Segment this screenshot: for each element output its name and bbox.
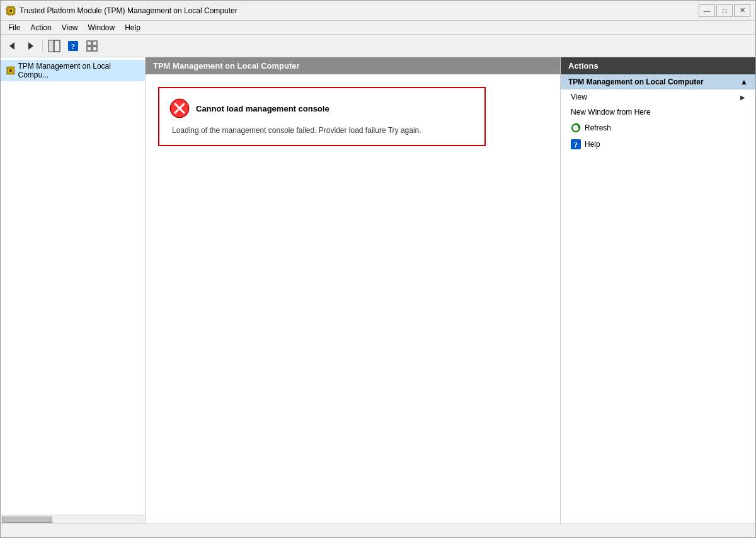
title-bar-controls: — □ ✕ bbox=[699, 4, 750, 17]
actions-list: TPM Management on Local Computer ▲ View … bbox=[561, 74, 755, 152]
svg-rect-22 bbox=[87, 41, 91, 45]
actions-panel: Actions TPM Management on Local Computer… bbox=[560, 57, 755, 524]
forward-icon bbox=[26, 41, 36, 51]
menu-view[interactable]: View bbox=[57, 22, 83, 33]
maximize-button[interactable]: □ bbox=[716, 4, 733, 17]
actions-section-label: TPM Management on Local Computer bbox=[568, 77, 704, 86]
toolbar: ? bbox=[1, 35, 755, 57]
svg-marker-16 bbox=[28, 42, 33, 50]
action-item-view[interactable]: View ▶ bbox=[561, 89, 755, 105]
error-icon bbox=[169, 98, 190, 118]
help-toolbar-button[interactable]: ? bbox=[64, 37, 82, 55]
back-icon bbox=[7, 41, 17, 51]
actions-panel-header: Actions bbox=[561, 57, 755, 74]
show-hide-button[interactable] bbox=[45, 37, 63, 55]
action-item-help[interactable]: ? Help bbox=[561, 136, 755, 152]
show-hide-icon bbox=[48, 40, 60, 52]
app-icon bbox=[6, 6, 16, 16]
tpm-tree-icon bbox=[6, 66, 16, 76]
action-new-window-label: New Window from Here bbox=[571, 108, 651, 117]
svg-rect-28 bbox=[9, 69, 12, 72]
title-bar: Trusted Platform Module (TPM) Management… bbox=[1, 1, 755, 21]
nav-tree-content: TPM Management on Local Compu... bbox=[1, 57, 145, 515]
nav-tree-item-label: TPM Management on Local Compu... bbox=[18, 62, 140, 79]
nav-tree-item-tpm[interactable]: TPM Management on Local Compu... bbox=[1, 60, 145, 81]
window-title: Trusted Platform Module (TPM) Management… bbox=[20, 6, 238, 15]
action-item-new-window[interactable]: New Window from Here bbox=[561, 105, 755, 120]
svg-text:?: ? bbox=[574, 140, 578, 149]
error-box: Cannot load management console Loading o… bbox=[158, 87, 486, 146]
actions-collapse-icon: ▲ bbox=[740, 77, 748, 86]
svg-text:?: ? bbox=[71, 42, 75, 51]
error-message: Loading of the management console failed… bbox=[169, 126, 474, 135]
snap-button[interactable] bbox=[83, 37, 101, 55]
center-panel: TPM Management on Local Computer Cannot … bbox=[146, 57, 560, 524]
svg-rect-23 bbox=[93, 41, 97, 45]
menu-file[interactable]: File bbox=[3, 22, 25, 33]
actions-section-title[interactable]: TPM Management on Local Computer ▲ bbox=[561, 74, 755, 89]
error-header: Cannot load management console bbox=[169, 98, 474, 118]
help-toolbar-icon: ? bbox=[68, 41, 78, 51]
snap-icon bbox=[86, 40, 98, 52]
svg-rect-18 bbox=[54, 40, 60, 52]
menu-action[interactable]: Action bbox=[25, 22, 56, 33]
svg-marker-15 bbox=[9, 42, 14, 50]
toolbar-separator-1 bbox=[42, 40, 43, 52]
help-action-icon: ? bbox=[571, 139, 581, 149]
menu-help[interactable]: Help bbox=[120, 22, 146, 33]
main-window: Trusted Platform Module (TPM) Management… bbox=[0, 0, 756, 538]
center-panel-body: Cannot load management console Loading o… bbox=[146, 74, 560, 524]
svg-rect-19 bbox=[49, 40, 54, 52]
nav-scroll-bar[interactable] bbox=[1, 515, 145, 524]
menu-bar: File Action View Window Help bbox=[1, 21, 755, 35]
status-bar bbox=[1, 524, 755, 537]
nav-scroll-thumb[interactable] bbox=[2, 517, 52, 523]
forward-button[interactable] bbox=[22, 37, 40, 55]
action-refresh-label: Refresh bbox=[585, 123, 611, 132]
action-view-arrow: ▶ bbox=[740, 94, 745, 101]
svg-rect-24 bbox=[87, 47, 91, 51]
center-panel-header: TPM Management on Local Computer bbox=[146, 57, 560, 74]
close-button[interactable]: ✕ bbox=[734, 4, 750, 17]
action-item-view-left: View bbox=[571, 93, 587, 101]
refresh-icon bbox=[571, 123, 581, 133]
menu-window[interactable]: Window bbox=[83, 22, 120, 33]
svg-rect-25 bbox=[93, 47, 97, 51]
svg-rect-2 bbox=[9, 9, 12, 12]
nav-tree: TPM Management on Local Compu... bbox=[1, 57, 146, 524]
action-view-label: View bbox=[571, 93, 587, 101]
title-bar-left: Trusted Platform Module (TPM) Management… bbox=[6, 6, 238, 16]
main-content: TPM Management on Local Compu... TPM Man… bbox=[1, 57, 755, 524]
action-help-label: Help bbox=[585, 140, 600, 149]
action-item-refresh[interactable]: Refresh bbox=[561, 120, 755, 136]
minimize-button[interactable]: — bbox=[699, 4, 715, 17]
back-button[interactable] bbox=[3, 37, 21, 55]
error-title: Cannot load management console bbox=[196, 104, 329, 113]
